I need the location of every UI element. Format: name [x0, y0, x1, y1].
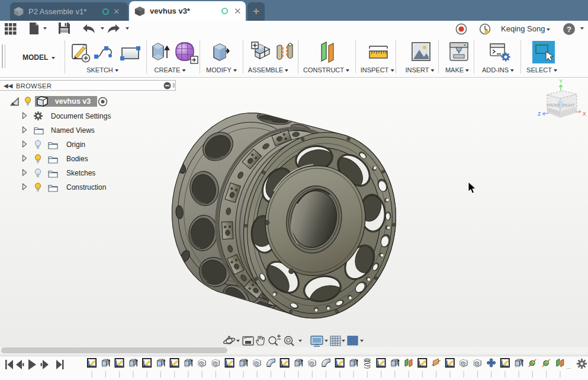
svg-text:...: ...	[566, 363, 571, 370]
